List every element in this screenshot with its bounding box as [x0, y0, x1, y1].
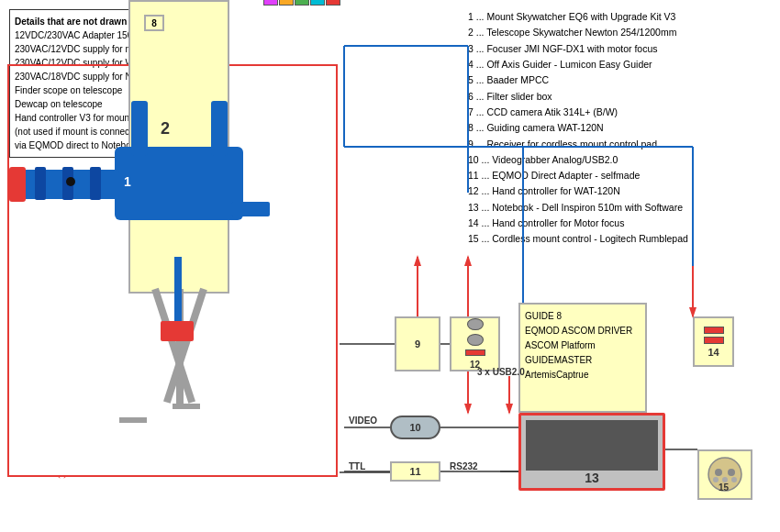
- block-6: 6: [310, 0, 325, 6]
- scope-ring-left: [131, 101, 148, 156]
- device-12-icon-3: [465, 349, 485, 356]
- telescope-label: 2: [161, 119, 170, 139]
- item-15: 15 ... Cordless mount control - Logitech…: [468, 231, 771, 247]
- device-11-label: 11: [409, 466, 420, 477]
- barrel-ring-1: [35, 167, 46, 200]
- sw-guidemaster: GUIDEMASTER: [525, 353, 641, 368]
- svg-marker-11: [414, 255, 421, 266]
- ttl-label: TTL: [349, 461, 365, 471]
- svg-point-2: [728, 469, 735, 476]
- item-13: 13 ... Notebook - Dell Inspiron 510m wit…: [468, 200, 771, 216]
- block-3: 3: [263, 0, 278, 6]
- mount-label: 1: [124, 174, 131, 189]
- svg-point-1: [715, 469, 722, 476]
- device-12-hand-controller: 12: [450, 316, 500, 371]
- scope-ring-right: [211, 101, 228, 156]
- diagram: Details that are not drawn here: 12VDC/2…: [0, 0, 780, 532]
- sw-artemis: ArtemisCaptrue: [525, 368, 641, 382]
- device-15-rumblepad: 15: [697, 449, 752, 500]
- rumblepad-icon: 15: [702, 454, 748, 495]
- device-11-eqmod: 11: [390, 461, 440, 482]
- item-6: 6 ... Filter slider box: [468, 89, 771, 105]
- mount-head: 1: [115, 147, 243, 220]
- laptop-label: 13: [521, 471, 663, 485]
- device-14-motor-focus: 14: [693, 316, 734, 367]
- svg-marker-13: [464, 255, 472, 266]
- item-14: 14 ... Hand controller for Motor focus: [468, 216, 771, 231]
- item-7: 7 ... CCD camera Atik 314L+ (B/W): [468, 105, 771, 120]
- device-10-label: 10: [409, 422, 420, 433]
- usb-label: 3 x USB2.0: [477, 367, 525, 377]
- item-2: 2 ... Telescope Skywatcher Newton 254/12…: [468, 25, 771, 40]
- item-3: 3 ... Focuser JMI NGF-DX1 with motor foc…: [468, 41, 771, 57]
- sw-ascom: ASCOM Platform: [525, 338, 641, 353]
- item-list: 1 ... Mount Skywatcher EQ6 with Upgrade …: [468, 9, 771, 248]
- barrel-ring-3: [90, 167, 101, 200]
- focuser: [231, 202, 270, 216]
- tripod-foot-left: [119, 417, 147, 423]
- laptop-screen: [526, 420, 658, 471]
- block-4: 4: [279, 0, 294, 6]
- device-12-icon-1: [467, 318, 484, 330]
- item-9: 9 ... Receiver for cordless mount contro…: [468, 137, 771, 152]
- block-5: 5: [295, 0, 309, 6]
- block-7: 7: [326, 0, 340, 6]
- device-14-label: 14: [708, 347, 719, 358]
- device-9-label: 9: [415, 338, 420, 349]
- legend-item-6: Dewcap on telescope: [15, 99, 103, 109]
- device-14-bar1: [704, 327, 724, 334]
- sw-eqmod: EQMOD ASCOM DRIVER: [525, 324, 641, 338]
- device-12-icon-2: [467, 334, 484, 346]
- legend-item-1: 12VDC/230VAC Adapter 150W: [15, 30, 141, 40]
- legend-item-5: Finder scope on telescope: [15, 85, 122, 95]
- video-label: VIDEO: [349, 416, 377, 426]
- double-arrow: ↔: [55, 468, 69, 483]
- item-10: 10 ... Videograbber Analog/USB2.0: [468, 152, 771, 168]
- item-5: 5 ... Baader MPCC: [468, 72, 771, 88]
- device-13-laptop: 13: [518, 413, 665, 491]
- rs232-label: RS232: [450, 461, 478, 471]
- sw-guide8: GUIDE 8: [525, 309, 641, 324]
- svg-point-5: [731, 477, 737, 482]
- block-8: 8: [144, 15, 164, 31]
- item-4: 4 ... Off Axis Guider - Lumicon Easy Gui…: [468, 57, 771, 72]
- svg-text:15: 15: [719, 482, 730, 493]
- svg-marker-15: [464, 404, 472, 415]
- device-9-receiver: 9: [395, 316, 440, 371]
- eyepiece: [66, 177, 75, 186]
- barrel-end: [9, 167, 26, 202]
- color-blocks: 3 4 5 6 7: [263, 0, 340, 6]
- item-1: 1 ... Mount Skywatcher EQ6 with Upgrade …: [468, 9, 771, 25]
- svg-marker-17: [506, 404, 513, 415]
- tripod-foot-center: [173, 404, 200, 409]
- device-14-bar2: [704, 337, 724, 344]
- counterweight: [161, 321, 194, 341]
- device-10-videograbber: 10: [390, 416, 440, 439]
- item-12: 12 ... Hand controller for WAT-120N: [468, 183, 771, 199]
- item-11: 11 ... EQMOD Direct Adapter - selfmade: [468, 168, 771, 183]
- item-8: 8 ... Guiding camera WAT-120N: [468, 120, 771, 136]
- legend-item-8: (not used if mount is connected: [15, 127, 142, 137]
- software-box: GUIDE 8 EQMOD ASCOM DRIVER ASCOM Platfor…: [518, 303, 647, 413]
